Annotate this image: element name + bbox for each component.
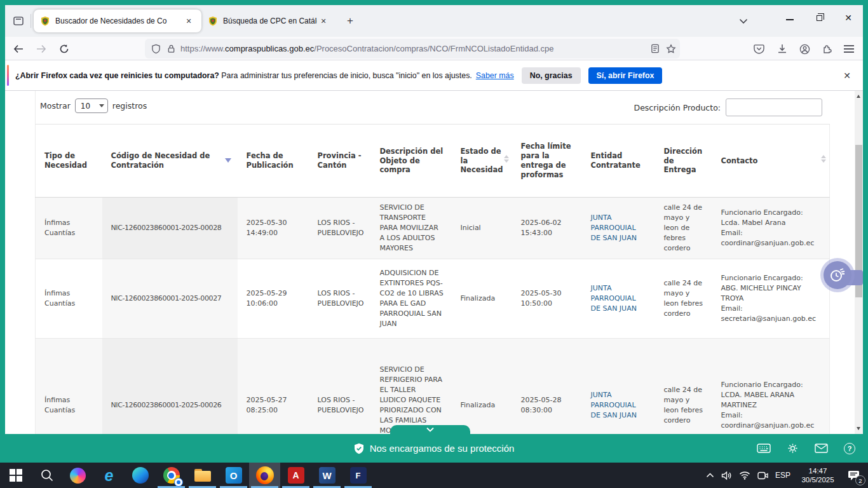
header-provincia[interactable]: Provincia - Cantón bbox=[309, 125, 371, 198]
entidad-link[interactable]: JUNTA PARROQUIAL DE SAN JUAN bbox=[591, 391, 637, 419]
new-tab-button[interactable]: + bbox=[341, 12, 359, 30]
header-direccion[interactable]: Dirección de Entrega bbox=[655, 125, 712, 198]
virtual-keyboard-icon[interactable] bbox=[757, 444, 771, 453]
taskbar-file-explorer-button[interactable] bbox=[187, 463, 218, 488]
floating-assistant-widget[interactable] bbox=[822, 260, 863, 295]
volume-icon[interactable] bbox=[721, 471, 732, 480]
list-all-tabs-button[interactable] bbox=[735, 13, 752, 29]
taskbar-word-button[interactable]: W bbox=[311, 463, 342, 488]
cell-provincia: LOS RIOS - PUEBLOVIEJO bbox=[309, 339, 371, 435]
minimize-button[interactable] bbox=[775, 5, 804, 30]
header-descripcion[interactable]: Descripción del Objeto de compra bbox=[371, 125, 452, 198]
notification-count-badge: 2 bbox=[855, 475, 865, 485]
url-bar[interactable]: https://www.compraspublicas.gob.ec/Proce… bbox=[145, 39, 680, 58]
cell-descripcion: SERVICIO DE TRANSPORTE PARA MOVILIZAR A … bbox=[371, 198, 452, 259]
learn-more-link[interactable]: Saber más bbox=[476, 71, 514, 80]
notification-center-button[interactable]: 2 bbox=[845, 467, 862, 484]
decline-button[interactable]: No, gracias bbox=[522, 67, 581, 84]
taskbar-copilot-button[interactable] bbox=[62, 463, 93, 488]
tab-buscador-necesidades[interactable]: Buscador de Necesidades de Co ✕ bbox=[34, 10, 201, 32]
taskbar-firefox-button[interactable] bbox=[249, 463, 280, 488]
bookmark-star-icon[interactable] bbox=[666, 44, 676, 54]
scroll-down-icon[interactable] bbox=[857, 427, 860, 430]
sercop-favicon-icon bbox=[208, 16, 218, 26]
header-tipo[interactable]: Tipo de Necesidad bbox=[36, 125, 102, 198]
language-indicator[interactable]: ESP bbox=[775, 471, 790, 480]
table-header-row: Tipo de Necesidad Código de Necesidad de… bbox=[36, 125, 830, 198]
meet-now-icon[interactable] bbox=[757, 471, 768, 480]
tray-chevron-up-icon[interactable] bbox=[706, 473, 714, 478]
taskbar-chrome-button[interactable] bbox=[156, 463, 187, 488]
back-button[interactable] bbox=[9, 39, 28, 58]
cell-fecha-publicacion: 2025-05-30 14:49:00 bbox=[238, 198, 309, 259]
taskbar-search-button[interactable] bbox=[31, 463, 62, 488]
tab-busqueda-cpc[interactable]: Búsqueda de CPC en Catálogo ✕ bbox=[201, 10, 336, 32]
forward-button[interactable] bbox=[32, 39, 51, 58]
window-controls: ✕ bbox=[775, 5, 863, 30]
header-fecha-publicacion[interactable]: Fecha de Publicación bbox=[238, 125, 309, 198]
firefox-view-button[interactable] bbox=[9, 11, 28, 30]
header-entidad[interactable]: Entidad Contratante bbox=[582, 125, 655, 198]
lock-icon[interactable] bbox=[167, 44, 175, 53]
restore-button[interactable] bbox=[804, 5, 834, 30]
tab-title: Buscador de Necesidades de Co bbox=[55, 17, 182, 25]
tab-close-icon[interactable]: ✕ bbox=[182, 15, 195, 27]
cell-fecha-publicacion: 2025-05-27 08:25:00 bbox=[238, 339, 309, 435]
url-text: https://www.compraspublicas.gob.ec/Proce… bbox=[180, 44, 651, 53]
cell-fecha-publicacion: 2025-05-29 10:06:00 bbox=[238, 259, 309, 339]
header-estado[interactable]: Estado de la Necesidad bbox=[452, 125, 512, 198]
mail-icon[interactable] bbox=[815, 444, 828, 453]
extensions-icon[interactable] bbox=[817, 40, 836, 58]
account-icon[interactable] bbox=[795, 40, 814, 58]
minimize-icon bbox=[786, 19, 794, 20]
tab-title: Búsqueda de CPC en Catálogo bbox=[223, 17, 317, 25]
menu-hamburger-icon[interactable] bbox=[839, 40, 858, 58]
banner-accent-stripe bbox=[7, 65, 9, 86]
cell-provincia: LOS RIOS - PUEBLOVIEJO bbox=[309, 259, 371, 339]
tab-strip: Buscador de Necesidades de Co ✕ Búsqueda… bbox=[5, 5, 863, 37]
taskbar-edge-button[interactable] bbox=[125, 463, 156, 488]
pocket-icon[interactable] bbox=[749, 40, 768, 58]
table-row: Ínfimas Cuantías NIC-1260023860001-2025-… bbox=[36, 198, 830, 259]
taskbar-fes-button[interactable]: F bbox=[342, 463, 374, 488]
taskbar-outlook-button[interactable]: O bbox=[218, 463, 249, 488]
header-codigo[interactable]: Código de Necesidad de Contratación bbox=[102, 125, 238, 198]
protection-collapse-tab[interactable] bbox=[390, 425, 470, 435]
entidad-link[interactable]: JUNTA PARROQUIAL DE SAN JUAN bbox=[591, 284, 637, 313]
page-content: Mostrar 10 registros Descripción Product… bbox=[5, 91, 863, 434]
banner-close-icon[interactable]: ✕ bbox=[840, 69, 854, 83]
scroll-up-icon[interactable] bbox=[857, 95, 860, 98]
cell-fecha-limite: 2025-05-28 08:30:00 bbox=[512, 339, 582, 435]
header-fecha-limite[interactable]: Fecha límite para la entrega de proforma… bbox=[512, 125, 582, 198]
tracking-shield-icon[interactable] bbox=[151, 44, 161, 54]
downloads-icon[interactable] bbox=[773, 40, 792, 58]
search-icon bbox=[40, 468, 54, 482]
settings-gear-icon[interactable] bbox=[787, 442, 799, 454]
accept-button[interactable]: Sí, abrir Firefox bbox=[588, 67, 663, 84]
taskbar-internet-explorer-button[interactable]: e bbox=[93, 463, 125, 488]
file-explorer-icon bbox=[194, 469, 211, 482]
reload-button[interactable] bbox=[55, 39, 74, 58]
close-window-button[interactable]: ✕ bbox=[834, 5, 863, 30]
tab-close-icon[interactable]: ✕ bbox=[317, 15, 330, 27]
start-button[interactable] bbox=[0, 463, 31, 488]
cell-estado: Inicial bbox=[452, 198, 512, 259]
product-description-input[interactable] bbox=[726, 98, 822, 116]
entidad-link[interactable]: JUNTA PARROQUIAL DE SAN JUAN bbox=[591, 214, 637, 242]
tray-clock[interactable]: 14:4730/5/2025 bbox=[797, 466, 838, 485]
cell-fecha-limite: 2025-05-30 10:50:00 bbox=[512, 259, 582, 339]
sort-desc-icon bbox=[225, 158, 231, 163]
help-icon[interactable]: ? bbox=[844, 443, 855, 454]
page-size-select[interactable]: 10 bbox=[75, 98, 108, 113]
shield-check-icon bbox=[354, 443, 364, 454]
header-contacto[interactable]: Contacto bbox=[712, 125, 830, 198]
cell-contacto: Funcionario Encargado: LCDA. MABEL ARANA… bbox=[712, 339, 830, 435]
system-tray: ESP 14:4730/5/2025 2 bbox=[706, 463, 868, 488]
widget-clock-icon[interactable] bbox=[824, 261, 851, 289]
cell-descripcion: SERVICIO DE REFRIGERIO PARA EL TALLER LU… bbox=[371, 339, 452, 435]
taskbar-acrobat-button[interactable]: A bbox=[280, 463, 311, 488]
windows-taskbar: e O A W F ESP 14:4730/5/2025 bbox=[0, 463, 868, 488]
wifi-icon[interactable] bbox=[739, 471, 750, 480]
reader-mode-icon[interactable] bbox=[651, 44, 660, 53]
firefox-notification-banner: ¿Abrir Firefox cada vez que reinicies tu… bbox=[5, 60, 863, 91]
